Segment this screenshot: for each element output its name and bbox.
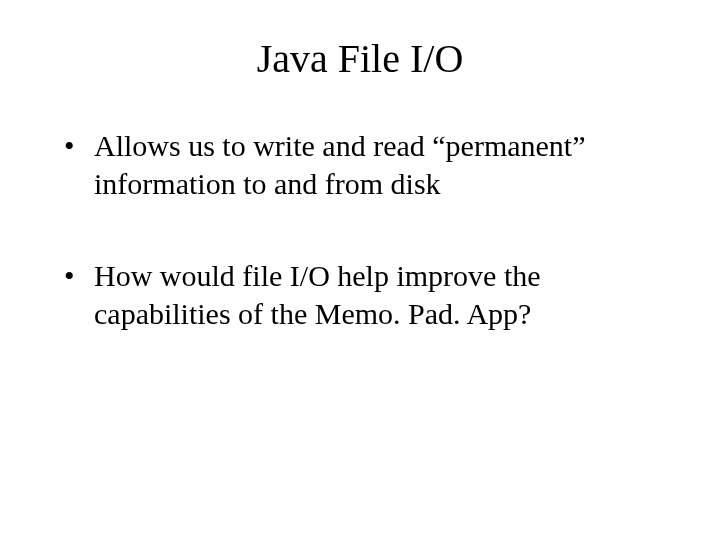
bullet-list: Allows us to write and read “permanent” …: [60, 127, 660, 332]
slide: Java File I/O Allows us to write and rea…: [0, 0, 720, 540]
slide-title: Java File I/O: [60, 35, 660, 82]
list-item: Allows us to write and read “permanent” …: [60, 127, 660, 202]
list-item: How would file I/O help improve the capa…: [60, 257, 660, 332]
